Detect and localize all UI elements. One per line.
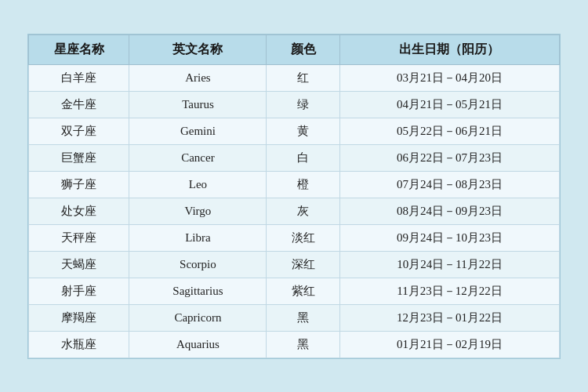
cell-color: 红	[267, 64, 339, 91]
cell-en: Libra	[129, 224, 267, 251]
zodiac-table-container: 星座名称 英文名称 颜色 出生日期（阳历） 白羊座Aries红03月21日－04…	[27, 34, 561, 359]
cell-en: Scorpio	[129, 251, 267, 278]
cell-color: 绿	[267, 91, 339, 118]
zodiac-table: 星座名称 英文名称 颜色 出生日期（阳历） 白羊座Aries红03月21日－04…	[28, 34, 560, 358]
cell-color: 黑	[267, 331, 339, 358]
cell-date: 11月23日－12月22日	[339, 278, 559, 304]
cell-cn: 天秤座	[29, 224, 129, 251]
cell-en: Gemini	[129, 118, 267, 144]
cell-color: 橙	[267, 171, 339, 198]
cell-en: Aries	[129, 64, 267, 91]
cell-cn: 巨蟹座	[29, 144, 129, 171]
table-row: 天蝎座Scorpio深红10月24日－11月22日	[29, 251, 560, 278]
cell-color: 紫红	[267, 278, 339, 304]
cell-date: 08月24日－09月23日	[339, 198, 559, 224]
header-en: 英文名称	[129, 34, 267, 64]
table-row: 巨蟹座Cancer白06月22日－07月23日	[29, 144, 560, 171]
cell-color: 黑	[267, 304, 339, 331]
table-row: 狮子座Leo橙07月24日－08月23日	[29, 171, 560, 198]
cell-color: 灰	[267, 198, 339, 224]
cell-en: Virgo	[129, 198, 267, 224]
cell-en: Aquarius	[129, 331, 267, 358]
cell-cn: 金牛座	[29, 91, 129, 118]
cell-date: 04月21日－05月21日	[339, 91, 559, 118]
cell-date: 01月21日－02月19日	[339, 331, 559, 358]
cell-date: 12月23日－01月22日	[339, 304, 559, 331]
cell-en: Capricorn	[129, 304, 267, 331]
table-row: 金牛座Taurus绿04月21日－05月21日	[29, 91, 560, 118]
cell-en: Leo	[129, 171, 267, 198]
header-cn: 星座名称	[29, 34, 129, 64]
cell-date: 03月21日－04月20日	[339, 64, 559, 91]
cell-date: 09月24日－10月23日	[339, 224, 559, 251]
cell-cn: 狮子座	[29, 171, 129, 198]
cell-cn: 摩羯座	[29, 304, 129, 331]
cell-color: 淡红	[267, 224, 339, 251]
cell-en: Sagittarius	[129, 278, 267, 304]
table-header-row: 星座名称 英文名称 颜色 出生日期（阳历）	[29, 34, 560, 64]
cell-cn: 水瓶座	[29, 331, 129, 358]
cell-cn: 白羊座	[29, 64, 129, 91]
cell-date: 10月24日－11月22日	[339, 251, 559, 278]
cell-date: 07月24日－08月23日	[339, 171, 559, 198]
header-date: 出生日期（阳历）	[339, 34, 559, 64]
cell-date: 06月22日－07月23日	[339, 144, 559, 171]
table-row: 摩羯座Capricorn黑12月23日－01月22日	[29, 304, 560, 331]
cell-color: 深红	[267, 251, 339, 278]
cell-cn: 射手座	[29, 278, 129, 304]
cell-cn: 处女座	[29, 198, 129, 224]
table-row: 水瓶座Aquarius黑01月21日－02月19日	[29, 331, 560, 358]
cell-color: 白	[267, 144, 339, 171]
cell-cn: 双子座	[29, 118, 129, 144]
cell-date: 05月22日－06月21日	[339, 118, 559, 144]
table-row: 白羊座Aries红03月21日－04月20日	[29, 64, 560, 91]
header-color: 颜色	[267, 34, 339, 64]
table-row: 处女座Virgo灰08月24日－09月23日	[29, 198, 560, 224]
cell-color: 黄	[267, 118, 339, 144]
cell-cn: 天蝎座	[29, 251, 129, 278]
table-row: 射手座Sagittarius紫红11月23日－12月22日	[29, 278, 560, 304]
table-row: 天秤座Libra淡红09月24日－10月23日	[29, 224, 560, 251]
cell-en: Cancer	[129, 144, 267, 171]
cell-en: Taurus	[129, 91, 267, 118]
table-row: 双子座Gemini黄05月22日－06月21日	[29, 118, 560, 144]
